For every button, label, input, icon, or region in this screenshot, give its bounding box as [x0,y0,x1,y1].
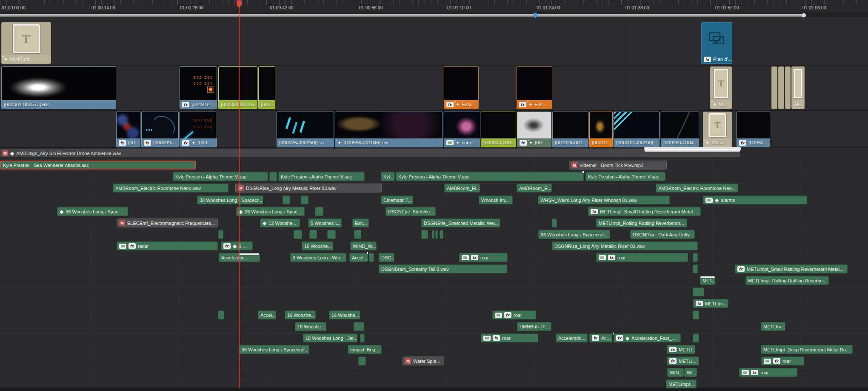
audio-clip[interactable] [421,230,428,239]
video-clip[interactable]: fx[00... [116,112,140,147]
audio-clip[interactable]: Kyle Preston - Alpha Theme V.aac [396,172,584,181]
audio-clip[interactable] [360,334,365,342]
audio-clip[interactable]: fxradar [117,242,218,250]
audio-clip[interactable]: WIN... [667,368,684,377]
audio-clip[interactable]: MWater Spla... [403,356,444,365]
video-clip[interactable]: [000000-000... [481,112,516,147]
audio-clip[interactable] [358,356,366,365]
audio-clip[interactable]: fxMETLIm... [693,299,728,308]
audio-clip[interactable] [354,230,361,239]
audio-clip[interactable] [693,253,698,262]
audio-clip[interactable]: Acceleratio... [556,334,588,342]
audio-clip[interactable]: METLImpt_Rolling Rattling Reverberan... [596,218,687,227]
video-clip[interactable]: T✦✦MultiText [1,22,51,64]
audio-clip[interactable]: HMNBrth_R... [517,322,551,331]
scrollbar-end-knob[interactable] [802,13,806,17]
audio-clip[interactable]: METLImpt_Rolling Rattling Reverbe... [745,276,829,285]
horizontal-scrollbar[interactable] [0,14,804,17]
audio-clip[interactable]: Whoosh Im... [479,196,513,204]
audio-clip[interactable] [440,230,443,239]
audio-area-mini-scrollbar[interactable] [644,149,740,152]
audio-clip[interactable]: M◆AMBDsgn_Airy Sci Fi Horror Drone Ambie… [0,149,740,157]
video-clip[interactable]: Te... [791,66,805,109]
audio-clip[interactable]: fxroar [596,253,688,262]
audio-clip[interactable]: Kyle Preston - Sea Wanderer Atlantis.aac [0,161,196,170]
audio-clip[interactable]: fxroar [492,310,536,319]
audio-clip[interactable]: 16 Wooshe... [295,322,326,331]
audio-clip[interactable]: fx◆Acceleration_Fast_... [614,334,681,342]
audio-clip[interactable]: fxroar [459,253,508,262]
audio-clip[interactable]: METLImpt... [666,380,697,388]
audio-clip[interactable] [432,230,434,239]
audio-clip[interactable] [294,230,302,239]
video-clip[interactable]: fx✦✦Fus... [517,66,552,109]
video-clip[interactable]: [000... [258,66,275,109]
video-clip[interactable] [785,66,791,109]
audio-clip[interactable]: MVidemar - Boom Tick Pow.mp3 [569,161,667,170]
audio-clip[interactable] [693,264,698,273]
audio-clip[interactable] [218,230,223,239]
fade-handle-bar[interactable] [700,276,715,278]
video-clip[interactable]: fx✦✦Fusi... [444,66,479,109]
audio-clip[interactable]: Impact_Brig... [348,345,382,354]
audio-clip[interactable]: 16 Wooshe... [329,310,360,319]
audio-clip[interactable]: 16 Wooshe... [302,242,333,250]
audio-clip[interactable]: WHSH_Weird Long Airy Riser Whoosh 01.wav [538,196,670,204]
audio-clip[interactable]: 36 Wooshes Long - Spacecraf... [538,230,610,239]
audio-clip[interactable]: DSGNBram_Screamy Tail 2.wav [379,264,507,273]
video-clip[interactable]: [001024-001... [552,112,588,147]
keyframe-marker[interactable] [612,332,614,335]
audio-clip[interactable]: fxMETLImpt_Small Rattling Reverberant Me… [735,264,848,273]
video-clip[interactable]: [000250-0004... [661,112,699,147]
audio-clip[interactable] [309,230,317,239]
audio-clip[interactable] [218,310,224,319]
video-clip[interactable]: [00010... [589,112,613,147]
audio-clip[interactable]: fxMETLI... [667,356,699,365]
video-clip[interactable]: [000025-000250].exr [277,112,334,147]
audio-clip[interactable] [435,230,438,239]
audio-clip[interactable]: Accel... [258,310,276,319]
audio-clip[interactable]: Cinematic T... [381,196,413,204]
audio-clip[interactable]: 18 Wooshes Long - Jet... [303,334,357,342]
audio-clip[interactable]: AMBRoom_E... [517,184,552,193]
audio-clip[interactable] [693,288,704,296]
audio-clip[interactable]: 36 Wooshes Long - Spacecraf... [239,345,309,354]
video-clip[interactable]: ✦✦[000596-001045].exr [335,112,443,147]
audio-clip[interactable] [693,310,699,319]
video-clip[interactable] [778,66,784,109]
audio-clip[interactable] [283,196,290,204]
audio-clip[interactable]: AMBRoom_El... [444,184,480,193]
audio-clip[interactable]: fxroar [761,356,804,365]
video-clip[interactable]: fx[000099-... [141,112,179,147]
audio-clip[interactable]: DSGNRise_Dark Airy Gritty ... [630,230,695,239]
keyframe-marker[interactable] [366,252,368,254]
audio-clip[interactable]: Kyle Preston - Alpha Theme V.aac [173,172,268,181]
audio-clip[interactable]: 38 Wooshes Long - Spacecr... [197,196,263,204]
audio-clip[interactable]: DSGNErie_Stretched Metallic Wei... [421,218,500,227]
audio-clip[interactable] [552,218,557,227]
video-clip[interactable]: fx[00050... [737,112,770,147]
audio-clip[interactable]: Accel... [349,253,368,262]
video-clip[interactable]: [000001-000573].exr [1,66,116,109]
audio-clip[interactable]: fxMETLImpt_Small Rattling Reverberant Me… [588,207,701,216]
audio-clip[interactable]: ◆alarms [703,196,807,204]
audio-clip[interactable]: ◆12 Wooshe... [260,218,300,227]
audio-clip[interactable]: Exh... [352,218,369,227]
audio-clip[interactable]: METLImpt_Deep Reverberant Metal Do... [761,345,853,354]
audio-clip[interactable]: MDSGNRise_Long Airy Metallic Riser 03.wa… [235,184,382,193]
audio-clip[interactable]: Kyl... [381,172,395,181]
audio-clip[interactable]: ◆36 Wooshes Long - Spac... [57,207,128,216]
video-clip[interactable]: T✦✦Multi... [703,112,732,147]
audio-clip[interactable]: Kyle Preston - Alpha Theme V.aac [278,172,365,181]
fade-handle-bar[interactable] [239,253,259,255]
video-clip[interactable]: fx[0249-04... [180,66,217,109]
audio-clip[interactable]: METLIm... [761,322,785,331]
keyframe-marker[interactable] [582,171,584,173]
video-clip[interactable] [771,66,777,109]
audio-clip[interactable]: AMBRoom_Electric Roomtone Neo... [656,184,738,193]
video-clip[interactable]: T✦✦M... [710,66,732,109]
audio-clip[interactable]: AMBRoom_Electric Roomtone Neon.wav [113,184,228,193]
audio-clip[interactable] [301,196,308,204]
playhead-line[interactable] [239,0,240,388]
audio-clip[interactable] [354,322,364,331]
